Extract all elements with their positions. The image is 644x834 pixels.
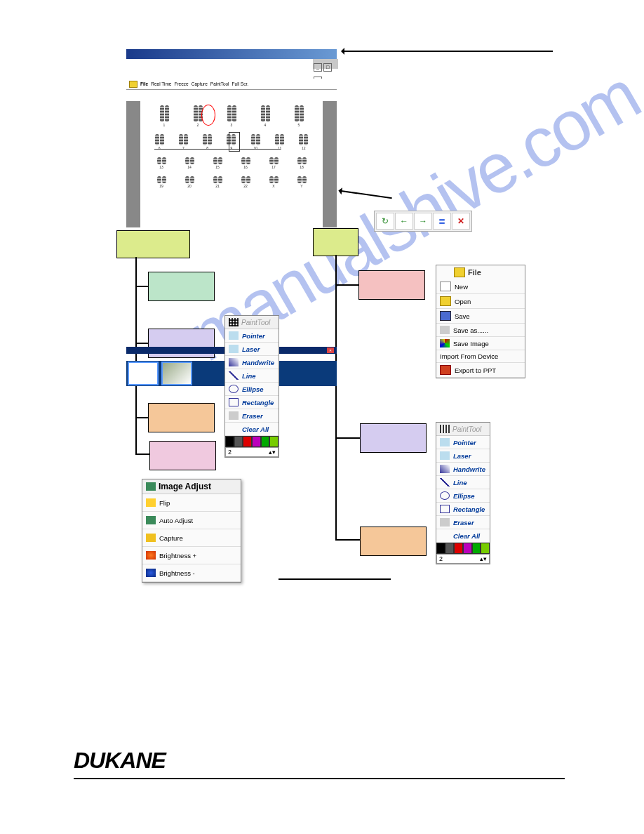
- paint-laser[interactable]: Laser: [225, 343, 279, 356]
- app-titlebar: [126, 49, 337, 59]
- arrow-to-filmstrip: [340, 190, 392, 199]
- tree-node-l1: [148, 272, 215, 301]
- thumbnail-2[interactable]: [161, 362, 192, 385]
- forward-icon[interactable]: →: [414, 213, 432, 230]
- paint-rectangle-r[interactable]: Rectangle: [436, 503, 490, 516]
- thumbnail-1[interactable]: [128, 362, 159, 385]
- tree-trunk-right: [335, 255, 337, 539]
- brightness-plus-icon: [146, 551, 156, 560]
- laser-icon: [440, 451, 450, 460]
- saveas-icon: [440, 326, 450, 334]
- annotation-line: [154, 149, 281, 150]
- folder-icon: [454, 267, 465, 277]
- saveimage-icon: [440, 339, 450, 348]
- file-menu-title: File: [436, 265, 525, 279]
- ellipse-icon: [440, 491, 450, 500]
- paint-eraser-r[interactable]: Eraser: [436, 516, 490, 529]
- paint-line-r[interactable]: Line: [436, 476, 490, 489]
- adjust-icon: [146, 482, 156, 491]
- folder-icon: [129, 81, 137, 88]
- paint-handwrite-r[interactable]: Handwrite: [436, 463, 490, 476]
- paint-rectangle[interactable]: Rectangle: [225, 396, 279, 409]
- file-export-ppt[interactable]: Export to PPT: [436, 363, 525, 378]
- toolbar-painttool[interactable]: PaintTool: [210, 81, 229, 86]
- file-menu-panel: File New Open Save Save as...... Save Im…: [436, 265, 525, 378]
- paint-pointer[interactable]: Pointer: [225, 329, 279, 343]
- mini-toolbar: ↻ ← → ≣ ✕: [374, 211, 472, 232]
- capture-icon: [146, 534, 156, 542]
- paint-clearall[interactable]: Clear All: [225, 423, 279, 436]
- brand-logo: DUKANE: [74, 748, 166, 774]
- brightness-minus-icon: [146, 569, 156, 577]
- adjust-auto[interactable]: Auto Adjust: [142, 512, 241, 529]
- flip-icon: [146, 498, 156, 507]
- adjust-flip[interactable]: Flip: [142, 494, 241, 512]
- open-icon: [440, 296, 451, 306]
- pointer-icon: [440, 438, 450, 446]
- paint-eraser[interactable]: Eraser: [225, 409, 279, 423]
- paint-line[interactable]: Line: [225, 369, 279, 383]
- line-width-spinner-r[interactable]: 2▴▾: [436, 554, 490, 564]
- short-rule: [279, 578, 391, 580]
- toolbar-fullscr[interactable]: Full Scr.: [232, 81, 248, 86]
- file-save[interactable]: Save: [436, 309, 525, 324]
- clear-icon: [440, 531, 450, 540]
- pointer-icon: [229, 331, 239, 340]
- paint-laser-r[interactable]: Laser: [436, 449, 490, 463]
- karyotype-row-1: 1 2 3 4 5: [147, 105, 316, 127]
- clear-icon: [229, 425, 239, 433]
- back-icon[interactable]: ←: [395, 213, 413, 230]
- file-open[interactable]: Open: [436, 294, 525, 309]
- app-toolbar: File Real Time Freeze Capture PaintTool …: [126, 79, 337, 90]
- file-new[interactable]: New: [436, 279, 525, 294]
- laser-icon: [229, 345, 239, 353]
- toolbar-capture[interactable]: Capture: [192, 81, 208, 86]
- color-swatches[interactable]: [225, 436, 279, 447]
- tree-node-r2: [360, 423, 427, 453]
- tree-node-r1: [358, 270, 425, 300]
- close-icon[interactable]: ×: [327, 348, 334, 353]
- color-swatches-r[interactable]: [436, 543, 490, 554]
- refresh-icon[interactable]: ↻: [376, 213, 394, 230]
- paint-tool-panel-left: PaintTool Pointer Laser Handwrite Line E…: [224, 315, 279, 458]
- file-saveas[interactable]: Save as......: [436, 324, 525, 337]
- eraser-icon: [440, 518, 450, 527]
- adjust-capture[interactable]: Capture: [142, 529, 241, 547]
- grid-icon: [440, 425, 450, 433]
- arrow-to-titlebar: [342, 51, 553, 52]
- window-controls[interactable]: _□×: [313, 59, 338, 69]
- file-saveimage[interactable]: Save Image: [436, 337, 525, 350]
- toolbar-file[interactable]: File: [140, 81, 148, 86]
- paint-pointer-r[interactable]: Pointer: [436, 436, 490, 449]
- line-width-spinner[interactable]: 2▴▾: [225, 447, 279, 457]
- new-icon: [440, 282, 451, 291]
- paint-clearall-r[interactable]: Clear All: [436, 529, 490, 543]
- paint-ellipse-r[interactable]: Ellipse: [436, 489, 490, 503]
- paint-tool-panel-right: PaintTool Pointer Laser Handwrite Line E…: [436, 422, 490, 564]
- toolbar-realtime[interactable]: Real Time: [151, 81, 171, 86]
- paint-tool-title-r: PaintTool: [436, 423, 490, 436]
- main-viewer: 1 2 3 4 5 6 7 8 9 10 11 12 13 14 15 16 1…: [126, 101, 337, 227]
- footer-rule: [74, 778, 565, 779]
- tree-node-r3: [360, 527, 427, 556]
- rectangle-icon: [440, 505, 450, 513]
- annotation-circle: [201, 105, 215, 126]
- image-adjust-title: Image Adjust: [142, 479, 241, 494]
- paint-handwrite[interactable]: Handwrite: [225, 356, 279, 369]
- eraser-icon: [229, 411, 239, 420]
- file-import[interactable]: Import From Device: [436, 350, 525, 363]
- list-icon[interactable]: ≣: [433, 213, 451, 230]
- karyotype-row-3: 13 14 15 16 17 18: [147, 157, 316, 169]
- rectangle-icon: [229, 398, 239, 406]
- auto-icon: [146, 516, 156, 524]
- adjust-bright-plus[interactable]: Brightness +: [142, 547, 241, 564]
- adjust-bright-minus[interactable]: Brightness -: [142, 564, 241, 582]
- line-icon: [440, 478, 450, 486]
- ppt-icon: [440, 365, 451, 375]
- toolbar-freeze[interactable]: Freeze: [174, 81, 188, 86]
- delete-icon[interactable]: ✕: [452, 213, 470, 230]
- handwrite-icon: [440, 465, 450, 473]
- paint-tool-title: PaintTool: [225, 316, 279, 329]
- grid-icon: [229, 318, 239, 326]
- paint-ellipse[interactable]: Ellipse: [225, 383, 279, 396]
